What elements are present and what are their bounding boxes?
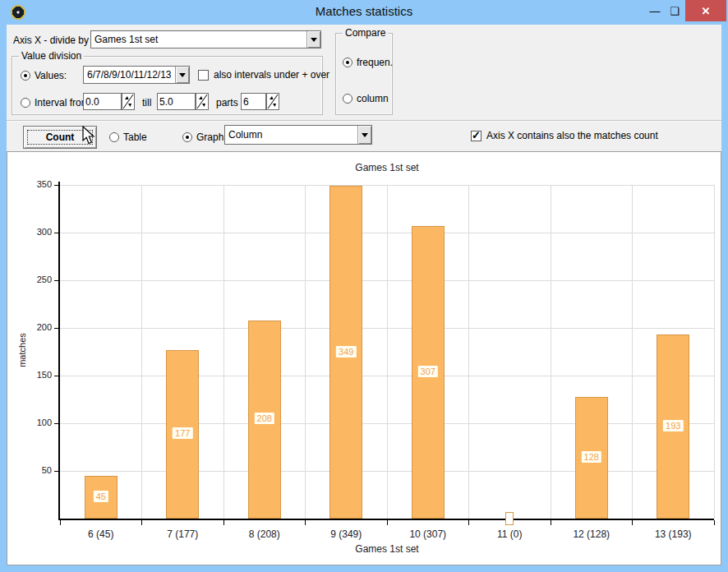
- gridline-vertical: [551, 185, 551, 519]
- x-category-label: 11 (0): [469, 528, 551, 540]
- radio-dot-icon: [109, 132, 119, 142]
- graph-type-combo[interactable]: Column: [224, 125, 372, 145]
- interval-till-input[interactable]: [157, 93, 196, 110]
- gridline-vertical: [632, 185, 633, 519]
- graph-type-value: Column: [225, 129, 357, 141]
- graph-radio[interactable]: Graph: [182, 131, 223, 143]
- zero-bar-marker: [505, 512, 514, 525]
- x-category-label: 10 (307): [387, 528, 469, 540]
- x-axis-line: [58, 519, 714, 520]
- x-category-label: 7 (177): [142, 528, 224, 540]
- x-category-label: 9 (349): [306, 528, 388, 540]
- mouse-cursor-icon: [80, 126, 98, 145]
- x-tick-mark: [223, 520, 224, 525]
- radio-dot-icon: [343, 58, 352, 67]
- interval-radio[interactable]: Interval from: [21, 97, 90, 108]
- values-radio[interactable]: Values:: [21, 70, 67, 81]
- y-axis-line: [58, 182, 60, 520]
- x-category-label: 8 (208): [223, 528, 306, 540]
- spin-up-down-icon[interactable]: [266, 93, 279, 110]
- gridline-vertical: [387, 185, 388, 519]
- gridline-vertical: [141, 185, 142, 519]
- spin-up-down-icon[interactable]: [122, 93, 135, 110]
- y-tick-label: 100: [12, 417, 52, 427]
- radio-dot-icon: [343, 94, 352, 104]
- titlebar: Matches statistics — ❑ ✕: [0, 0, 728, 25]
- bar-value-label: 307: [418, 366, 438, 377]
- radio-dot-icon: [21, 98, 30, 108]
- radio-dot-icon: [182, 132, 192, 142]
- gridline-vertical: [305, 185, 306, 519]
- gridline-vertical: [468, 185, 469, 519]
- values-list-combo[interactable]: 6/7/8/9/10/11/12/13: [83, 66, 190, 84]
- x-tick-mark: [305, 520, 306, 525]
- axis-count-checkbox[interactable]: Axis X contains also the matches count: [471, 130, 658, 141]
- x-axis-title: Games 1st set: [60, 543, 714, 555]
- x-tick-mark: [551, 520, 551, 525]
- bar-value-label: 45: [94, 491, 108, 502]
- minimize-button[interactable]: —: [646, 0, 664, 21]
- client-area: Axis X - divide by Games 1st set Value d…: [7, 25, 721, 565]
- chart-title: Games 1st set: [60, 162, 714, 173]
- y-tick-label: 50: [12, 465, 52, 475]
- y-tick-label: 250: [12, 274, 52, 284]
- x-tick-mark: [714, 520, 715, 525]
- checkbox-icon: [198, 70, 209, 81]
- x-tick-mark: [60, 520, 61, 525]
- x-tick-mark: [387, 520, 388, 525]
- axis-x-divide-label: Axis X - divide by: [13, 35, 89, 46]
- checkbox-icon: [471, 131, 481, 141]
- parts-label: parts: [216, 97, 238, 108]
- y-tick-label: 300: [12, 227, 52, 237]
- interval-from-input[interactable]: [83, 93, 122, 110]
- values-list-value: 6/7/8/9/10/11/12/13: [84, 69, 175, 81]
- close-button[interactable]: ✕: [685, 0, 726, 21]
- window-title: Matches statistics: [0, 4, 728, 18]
- chart-panel: Games 1st set matches Games 1st set 5010…: [7, 151, 721, 565]
- spin-up-down-icon[interactable]: [196, 93, 209, 110]
- y-tick-label: 200: [12, 322, 52, 332]
- parts-input[interactable]: [241, 93, 266, 110]
- maximize-button[interactable]: ❑: [666, 0, 684, 21]
- axis-x-combo-value: Games 1st set: [91, 34, 306, 45]
- x-tick-mark: [632, 520, 633, 525]
- chevron-down-icon[interactable]: [306, 31, 320, 48]
- bar-value-label: 349: [336, 346, 356, 358]
- x-tick-mark: [468, 520, 469, 525]
- bar-value-label: 193: [663, 420, 683, 431]
- compare-legend: Compare: [343, 27, 388, 39]
- compare-group: Compare frequen. column: [335, 33, 393, 115]
- gridline-vertical: [714, 185, 715, 519]
- chevron-down-icon[interactable]: [357, 126, 371, 144]
- frequen-radio[interactable]: frequen.: [343, 57, 393, 68]
- x-category-label: 12 (128): [551, 528, 633, 540]
- bar-value-label: 128: [582, 451, 601, 463]
- till-label: till: [142, 97, 151, 108]
- radio-dot-icon: [21, 71, 30, 81]
- also-intervals-checkbox[interactable]: also intervals under + over: [198, 69, 329, 81]
- chevron-down-icon[interactable]: [175, 67, 189, 83]
- x-tick-mark: [141, 520, 142, 525]
- app-window: Matches statistics — ❑ ✕ Axis X - divide…: [0, 0, 728, 572]
- value-division-legend: Value division: [19, 50, 84, 62]
- x-category-label: 13 (193): [633, 528, 715, 540]
- column-radio[interactable]: column: [343, 93, 389, 104]
- y-tick-label: 150: [12, 370, 52, 380]
- panel-separator: [7, 120, 721, 122]
- bar-value-label: 177: [173, 427, 192, 439]
- y-tick-label: 350: [12, 179, 52, 189]
- x-category-label: 6 (45): [60, 528, 142, 540]
- bar-value-label: 208: [255, 413, 274, 424]
- table-radio[interactable]: Table: [109, 131, 147, 143]
- gridline-vertical: [223, 185, 224, 519]
- value-division-group: Value division Values: 6/7/8/9/10/11/12/…: [12, 56, 323, 115]
- axis-x-combo[interactable]: Games 1st set: [90, 30, 321, 48]
